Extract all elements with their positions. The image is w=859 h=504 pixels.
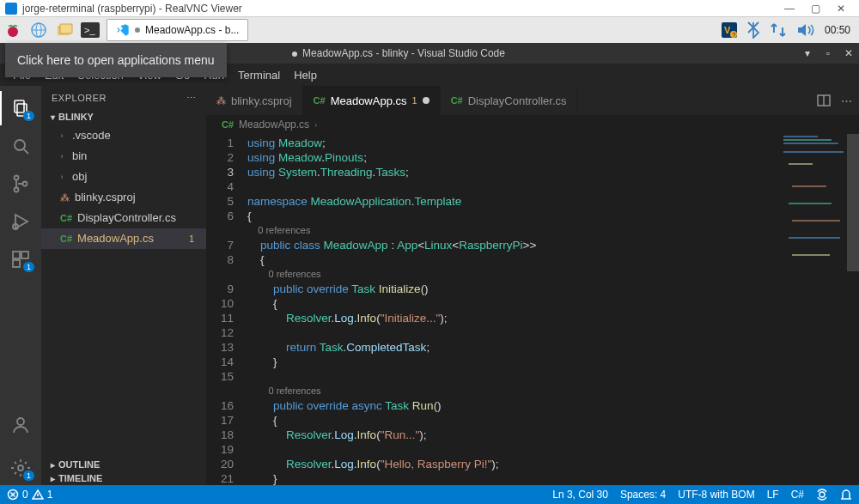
modified-badge: 1 bbox=[412, 95, 417, 106]
encoding[interactable]: UTF-8 with BOM bbox=[678, 489, 754, 501]
svg-point-18 bbox=[23, 182, 27, 186]
cs-file-icon: C# bbox=[60, 229, 72, 248]
cs-file-icon: C# bbox=[451, 95, 463, 106]
applications-menu-tooltip: Click here to open applications menu bbox=[5, 43, 227, 77]
problems-indicator[interactable]: 0 1 bbox=[7, 489, 52, 501]
source-control-icon[interactable] bbox=[0, 167, 41, 201]
sidebar-more-icon[interactable]: ⋯ bbox=[186, 93, 197, 104]
svg-rect-12 bbox=[15, 100, 24, 112]
svg-point-31 bbox=[819, 492, 825, 497]
menu-help[interactable]: Help bbox=[288, 67, 323, 83]
web-browser-icon[interactable] bbox=[26, 17, 52, 43]
timeline-label: TIMELINE bbox=[58, 473, 102, 483]
folder--vscode[interactable]: ›.vscode bbox=[41, 125, 206, 146]
svg-point-17 bbox=[15, 188, 19, 192]
tab-label: blinky.csproj bbox=[231, 94, 292, 107]
eol[interactable]: LF bbox=[767, 489, 779, 501]
timeline-section[interactable]: ▸TIMELINE bbox=[41, 471, 206, 485]
vscode-title: MeadowApp.cs - blinky - Visual Studio Co… bbox=[302, 47, 505, 59]
settings-gear-icon[interactable]: 1 bbox=[0, 451, 41, 485]
svg-point-23 bbox=[17, 418, 24, 425]
language-mode[interactable]: C# bbox=[791, 489, 804, 501]
window-minimize[interactable]: ▾ bbox=[797, 47, 818, 59]
vertical-scrollbar[interactable] bbox=[847, 134, 859, 485]
tab-label: MeadowApp.cs bbox=[331, 94, 407, 107]
cs-file-icon: C# bbox=[222, 119, 234, 130]
project-section[interactable]: ▾BLINKY bbox=[41, 110, 206, 124]
notifications-icon[interactable] bbox=[840, 489, 852, 501]
statusbar: 0 1 Ln 3, Col 30 Spaces: 4 UTF-8 with BO… bbox=[0, 485, 859, 504]
feedback-icon[interactable] bbox=[816, 489, 828, 501]
svg-point-0 bbox=[8, 27, 18, 37]
dirty-dot-icon bbox=[423, 97, 430, 104]
maximize-button[interactable]: ▢ bbox=[802, 3, 828, 15]
folder-bin[interactable]: ›bin bbox=[41, 146, 206, 167]
svg-point-24 bbox=[18, 465, 23, 471]
applications-menu-button[interactable] bbox=[0, 17, 26, 43]
file-name: obj bbox=[72, 167, 201, 186]
terminal-icon[interactable]: >_ bbox=[77, 17, 103, 43]
warning-count: 1 bbox=[47, 489, 53, 501]
file-blinky-csproj[interactable]: ⁂blinky.csproj bbox=[41, 187, 206, 208]
csproj-file-icon: ⁂ bbox=[216, 95, 226, 106]
clock[interactable]: 00:50 bbox=[825, 24, 850, 36]
outline-label: OUTLINE bbox=[58, 459, 100, 470]
file-displaycontroller-cs[interactable]: C#DisplayController.cs bbox=[41, 208, 206, 228]
vnc-tray-icon[interactable]: V? bbox=[722, 22, 737, 38]
modified-dot-icon bbox=[135, 27, 140, 33]
error-count: 0 bbox=[22, 489, 28, 501]
folder-obj[interactable]: ›obj bbox=[41, 167, 206, 187]
tab-label: DisplayController.cs bbox=[468, 94, 567, 107]
menu-terminal[interactable]: Terminal bbox=[232, 67, 286, 83]
breadcrumb[interactable]: C# MeadowApp.cs › bbox=[206, 115, 859, 134]
taskbar-vscode-window[interactable]: MeadowApp.cs - b... bbox=[107, 19, 248, 41]
breadcrumb-file: MeadowApp.cs bbox=[239, 118, 309, 131]
file-meadowapp-cs[interactable]: C#MeadowApp.cs1 bbox=[41, 228, 206, 249]
minimize-button[interactable]: — bbox=[777, 3, 802, 15]
file-manager-icon[interactable] bbox=[52, 17, 77, 43]
run-debug-icon[interactable] bbox=[0, 204, 41, 239]
outline-section[interactable]: ▸OUTLINE bbox=[41, 458, 206, 471]
modified-badge: 1 bbox=[189, 229, 201, 248]
svg-point-16 bbox=[15, 176, 19, 180]
csproj-file-icon: ⁂ bbox=[60, 188, 70, 207]
tab-displaycontroller-cs[interactable]: C#DisplayController.cs bbox=[441, 86, 578, 115]
activity-bar: 1 1 1 bbox=[0, 86, 41, 485]
extensions-icon[interactable]: 1 bbox=[0, 242, 41, 276]
taskbar-window-label: MeadowApp.cs - b... bbox=[145, 24, 239, 36]
vscode-icon bbox=[116, 23, 130, 37]
editor-more-icon[interactable]: ⋯ bbox=[841, 94, 852, 107]
close-button[interactable]: ✕ bbox=[828, 3, 854, 15]
cs-file-icon: C# bbox=[60, 209, 72, 228]
svg-text:>_: >_ bbox=[84, 25, 95, 35]
split-editor-icon[interactable] bbox=[817, 94, 831, 107]
tab-blinky-csproj[interactable]: ⁂blinky.csproj bbox=[206, 86, 303, 115]
window-maximize[interactable]: ▫ bbox=[818, 47, 838, 59]
vnc-title: jorge-reterminal (raspberrypi) - RealVNC… bbox=[22, 3, 242, 15]
svg-rect-22 bbox=[13, 260, 20, 267]
chevron-right-icon: › bbox=[314, 120, 317, 130]
editor: ⁂blinky.csprojC#MeadowApp.cs1C#DisplayCo… bbox=[206, 86, 859, 485]
indentation[interactable]: Spaces: 4 bbox=[620, 489, 666, 501]
bluetooth-icon[interactable] bbox=[747, 21, 759, 39]
file-name: MeadowApp.cs bbox=[77, 229, 184, 248]
tab-meadowapp-cs[interactable]: C#MeadowApp.cs1 bbox=[303, 86, 441, 115]
window-close[interactable]: ✕ bbox=[838, 47, 859, 59]
search-icon[interactable] bbox=[0, 129, 41, 163]
vnc-icon bbox=[5, 3, 17, 15]
cs-file-icon: C# bbox=[314, 95, 326, 106]
sidebar: EXPLORER ⋯ ▾BLINKY ›.vscode›bin›obj⁂blin… bbox=[41, 86, 206, 485]
file-name: bin bbox=[72, 147, 201, 166]
cursor-position[interactable]: Ln 3, Col 30 bbox=[552, 489, 608, 501]
sidebar-header: EXPLORER bbox=[52, 93, 107, 103]
code-editor[interactable]: 1234567891011121314151617181920212223242… bbox=[206, 134, 859, 485]
settings-badge: 1 bbox=[23, 471, 34, 481]
explorer-badge: 1 bbox=[23, 111, 34, 121]
dirty-dot-icon bbox=[292, 52, 297, 57]
file-name: blinky.csproj bbox=[75, 188, 201, 207]
network-icon[interactable] bbox=[770, 22, 787, 38]
accounts-icon[interactable] bbox=[0, 408, 41, 442]
vnc-titlebar: jorge-reterminal (raspberrypi) - RealVNC… bbox=[0, 0, 859, 17]
volume-icon[interactable] bbox=[797, 23, 814, 37]
explorer-icon[interactable]: 1 bbox=[0, 91, 41, 125]
